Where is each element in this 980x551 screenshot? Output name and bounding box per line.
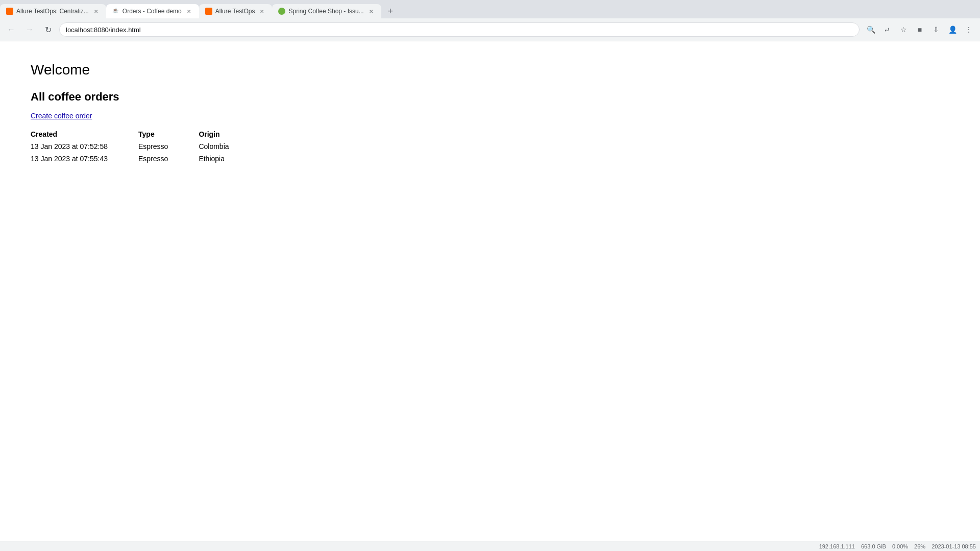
tab-favicon-allure: [205, 8, 212, 15]
column-header-type: Type: [138, 128, 199, 140]
tab-label-orders-coffee: Orders - Coffee demo: [122, 8, 182, 15]
cell-type-2: Espresso: [138, 153, 199, 165]
browser-chrome: Allure TestOps: Centraliz... ✕ ☕ Orders …: [0, 0, 980, 41]
url-text: localhost:8080/index.html: [66, 26, 141, 34]
tab-close-allure[interactable]: ✕: [258, 7, 266, 15]
tab-favicon-allure-testops: [6, 8, 13, 15]
tab-bar: Allure TestOps: Centraliz... ✕ ☕ Orders …: [0, 0, 980, 18]
table-body: 13 Jan 2023 at 07:52:58 Espresso Colombi…: [31, 140, 260, 165]
forward-button[interactable]: →: [22, 22, 37, 37]
tab-favicon-spring: [278, 8, 285, 15]
search-icon[interactable]: 🔍: [864, 22, 878, 37]
share-icon[interactable]: ⤾: [880, 22, 894, 37]
welcome-heading: Welcome: [31, 62, 949, 78]
tab-allure-testops[interactable]: Allure TestOps: Centraliz... ✕: [0, 4, 106, 18]
table-header: Created Type Origin: [31, 128, 260, 140]
menu-icon[interactable]: ⋮: [962, 22, 976, 37]
tab-label-allure-testops: Allure TestOps: Centraliz...: [16, 8, 89, 15]
tab-label-spring-coffee: Spring Coffee Shop - Issu...: [288, 8, 363, 15]
table-row: 13 Jan 2023 at 07:52:58 Espresso Colombi…: [31, 140, 260, 153]
table-row: 13 Jan 2023 at 07:55:43 Espresso Ethiopi…: [31, 153, 260, 165]
tab-close-allure-testops[interactable]: ✕: [92, 7, 100, 15]
new-tab-button[interactable]: +: [383, 4, 398, 18]
cell-origin-1: Colombia: [199, 140, 259, 153]
url-bar[interactable]: localhost:8080/index.html: [59, 22, 860, 37]
tab-orders-coffee[interactable]: ☕ Orders - Coffee demo ✕: [106, 4, 199, 18]
download-icon[interactable]: ⇩: [929, 22, 943, 37]
tab-close-spring-coffee[interactable]: ✕: [367, 7, 375, 15]
tab-close-orders-coffee[interactable]: ✕: [185, 7, 193, 15]
orders-table: Created Type Origin 13 Jan 2023 at 07:52…: [31, 128, 260, 165]
extension-icon[interactable]: ■: [913, 22, 927, 37]
back-button[interactable]: ←: [4, 22, 18, 37]
create-coffee-order-link[interactable]: Create coffee order: [31, 112, 92, 120]
tab-label-allure: Allure TestOps: [215, 8, 255, 15]
tab-favicon-orders: ☕: [112, 8, 119, 15]
column-header-origin: Origin: [199, 128, 259, 140]
browser-actions: 🔍 ⤾ ☆ ■ ⇩ 👤 ⋮: [864, 22, 976, 37]
tab-spring-coffee[interactable]: Spring Coffee Shop - Issu... ✕: [272, 4, 381, 18]
cell-origin-2: Ethiopia: [199, 153, 259, 165]
address-bar: ← → ↻ localhost:8080/index.html 🔍 ⤾ ☆ ■ …: [0, 18, 980, 41]
tab-allure[interactable]: Allure TestOps ✕: [199, 4, 273, 18]
column-header-created: Created: [31, 128, 138, 140]
sync-icon[interactable]: 👤: [945, 22, 960, 37]
table-header-row: Created Type Origin: [31, 128, 260, 140]
cell-type-1: Espresso: [138, 140, 199, 153]
section-heading: All coffee orders: [31, 90, 949, 104]
cell-created-1: 13 Jan 2023 at 07:52:58: [31, 140, 138, 153]
page-content: Welcome All coffee orders Create coffee …: [0, 41, 980, 185]
reload-button[interactable]: ↻: [41, 22, 55, 37]
cell-created-2: 13 Jan 2023 at 07:55:43: [31, 153, 138, 165]
bookmark-icon[interactable]: ☆: [896, 22, 911, 37]
